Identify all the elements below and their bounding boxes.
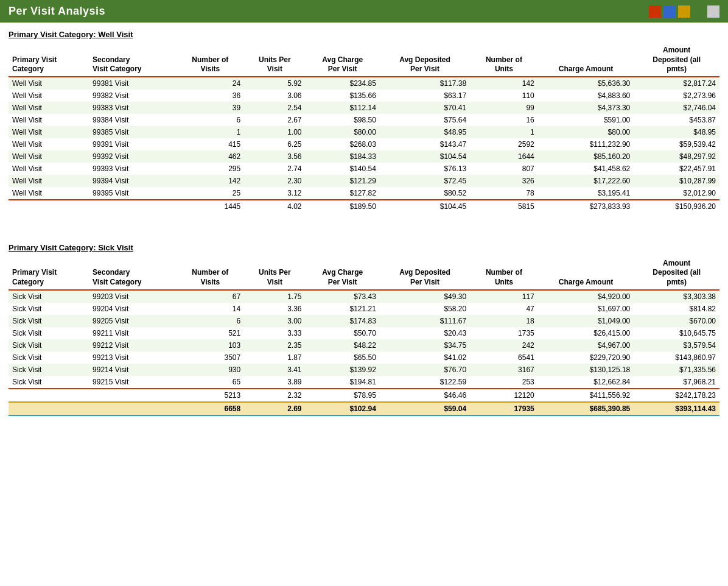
table-cell: $12,662.84 bbox=[538, 376, 634, 389]
table-cell: $453.87 bbox=[634, 114, 719, 126]
header-icons bbox=[649, 5, 719, 18]
table-cell: 462 bbox=[177, 150, 245, 163]
table-cell: 1644 bbox=[470, 150, 538, 163]
table-cell: 99393 Visit bbox=[89, 163, 176, 175]
grand-total-cell: 17935 bbox=[470, 402, 538, 415]
table-cell: 6.25 bbox=[244, 138, 305, 150]
table-cell: 3.36 bbox=[244, 303, 305, 315]
table-cell: 2.35 bbox=[244, 339, 305, 351]
table-cell: 3.06 bbox=[244, 90, 305, 102]
table-cell: 99211 Visit bbox=[89, 327, 176, 339]
table-cell: $670.00 bbox=[634, 315, 719, 327]
table-cell: 99215 Visit bbox=[89, 376, 176, 389]
table-cell: 110 bbox=[470, 90, 538, 102]
table-cell: 2.30 bbox=[244, 175, 305, 187]
table-cell: $122.59 bbox=[380, 376, 470, 389]
grand-total-cell: 2.69 bbox=[244, 402, 305, 415]
table-cell: $48.95 bbox=[380, 126, 470, 138]
table-cell: $591.00 bbox=[538, 114, 634, 126]
sick-col-charge-amount: Charge Amount bbox=[538, 257, 634, 290]
col-primary-visit-category: Primary VisitCategory bbox=[9, 44, 89, 77]
table-cell: $3,195.41 bbox=[538, 187, 634, 200]
table-cell: 24 bbox=[177, 77, 245, 90]
table-cell: 3.41 bbox=[244, 364, 305, 376]
table-cell: $98.50 bbox=[306, 114, 380, 126]
table-cell: 99394 Visit bbox=[89, 175, 176, 187]
table-cell: 3.00 bbox=[244, 315, 305, 327]
table-cell: 67 bbox=[177, 290, 245, 303]
table-cell: $26,415.00 bbox=[538, 327, 634, 339]
table-cell: 99213 Visit bbox=[89, 351, 176, 364]
table-cell: 142 bbox=[470, 77, 538, 90]
table-cell: 99381 Visit bbox=[89, 77, 176, 90]
col-number-of-visits: Number ofVisits bbox=[177, 44, 245, 77]
table-cell: Well Visit bbox=[9, 187, 89, 200]
table-cell: $85,160.20 bbox=[538, 150, 634, 163]
table-cell: 47 bbox=[470, 303, 538, 315]
table-cell: Well Visit bbox=[9, 77, 89, 90]
color-box-1 bbox=[649, 5, 661, 18]
color-box-5 bbox=[707, 5, 719, 18]
table-cell: $22,457.91 bbox=[634, 163, 719, 175]
well-visit-section: Primary Visit Category: Well Visit Prima… bbox=[0, 23, 728, 225]
table-cell: 295 bbox=[177, 163, 245, 175]
grand-total-cell: $685,390.85 bbox=[538, 402, 634, 415]
table-cell: $7,968.21 bbox=[634, 376, 719, 389]
table-cell: $48.95 bbox=[634, 126, 719, 138]
table-cell: 99204 Visit bbox=[89, 303, 176, 315]
table-cell: Well Visit bbox=[9, 138, 89, 150]
table-cell: $10,287.99 bbox=[634, 175, 719, 187]
table-cell: $76.70 bbox=[380, 364, 470, 376]
table-row: Well Visit99395 Visit253.12$127.82$80.52… bbox=[9, 187, 719, 200]
table-cell: 99203 Visit bbox=[89, 290, 176, 303]
table-cell: 2.54 bbox=[244, 102, 305, 114]
table-cell: $194.81 bbox=[306, 376, 380, 389]
sick-subtotal-cell: $46.46 bbox=[380, 389, 470, 402]
table-row: Sick Visit99211 Visit5213.33$50.70$20.43… bbox=[9, 327, 719, 339]
table-cell: 117 bbox=[470, 290, 538, 303]
table-cell: 78 bbox=[470, 187, 538, 200]
table-cell: 326 bbox=[470, 175, 538, 187]
table-cell: Well Visit bbox=[9, 102, 89, 114]
table-cell: $184.33 bbox=[306, 150, 380, 163]
table-cell: 2.74 bbox=[244, 163, 305, 175]
table-cell: $70.41 bbox=[380, 102, 470, 114]
table-cell: 3.89 bbox=[244, 376, 305, 389]
well-visit-header-row: Primary VisitCategory SecondaryVisit Cat… bbox=[9, 44, 719, 77]
table-cell: 3.33 bbox=[244, 327, 305, 339]
table-cell: 142 bbox=[177, 175, 245, 187]
table-cell: $80.00 bbox=[306, 126, 380, 138]
sick-subtotal-cell bbox=[9, 389, 89, 402]
table-cell: $130,125.18 bbox=[538, 364, 634, 376]
table-cell: $65.50 bbox=[306, 351, 380, 364]
table-cell: $143.47 bbox=[380, 138, 470, 150]
table-cell: $5,636.30 bbox=[538, 77, 634, 90]
table-cell: $58.20 bbox=[380, 303, 470, 315]
table-cell: $229,720.90 bbox=[538, 351, 634, 364]
sick-visit-table: Primary VisitCategory SecondaryVisit Cat… bbox=[9, 257, 719, 416]
color-box-2 bbox=[663, 5, 676, 18]
table-cell: $139.92 bbox=[306, 364, 380, 376]
table-cell: $73.43 bbox=[306, 290, 380, 303]
table-cell: 99214 Visit bbox=[89, 364, 176, 376]
table-cell: 99395 Visit bbox=[89, 187, 176, 200]
table-row: Well Visit99381 Visit245.92$234.85$117.3… bbox=[9, 77, 719, 90]
grand-total-cell bbox=[89, 402, 176, 415]
table-cell: 103 bbox=[177, 339, 245, 351]
color-box-4 bbox=[693, 5, 705, 18]
table-cell: Sick Visit bbox=[9, 315, 89, 327]
col-avg-deposited-per-visit: Avg DepositedPer Visit bbox=[380, 44, 470, 77]
table-cell: $17,222.60 bbox=[538, 175, 634, 187]
table-cell: $59,539.42 bbox=[634, 138, 719, 150]
table-cell: 99382 Visit bbox=[89, 90, 176, 102]
table-cell: 1 bbox=[470, 126, 538, 138]
table-cell: 1.87 bbox=[244, 351, 305, 364]
table-cell: $140.54 bbox=[306, 163, 380, 175]
sick-subtotal-cell: 5213 bbox=[177, 389, 245, 402]
table-cell: 6 bbox=[177, 114, 245, 126]
grand-total-row: 66582.69$102.94$59.0417935$685,390.85$39… bbox=[9, 402, 719, 415]
table-cell: 99212 Visit bbox=[89, 339, 176, 351]
table-cell: $2,746.04 bbox=[634, 102, 719, 114]
table-cell: 5.92 bbox=[244, 77, 305, 90]
table-cell: $111,232.90 bbox=[538, 138, 634, 150]
